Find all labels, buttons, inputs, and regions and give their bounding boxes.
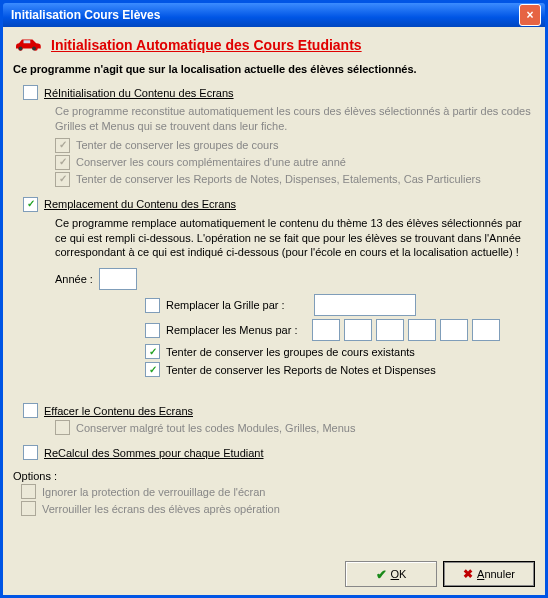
opt-lock-after-checkbox: [21, 501, 36, 516]
conserver-reports-label: Tenter de conserver les Reports de Notes…: [166, 364, 436, 376]
reinit-opt3-checkbox: [55, 172, 70, 187]
reinit-desc: Ce programme reconstitue automatiquement…: [55, 104, 535, 134]
section-erase: Effacer le Contenu des Ecrans Conserver …: [41, 403, 535, 435]
menu-input-1[interactable]: [312, 319, 340, 341]
reinit-opt3-label: Tenter de conserver les Reports de Notes…: [76, 173, 481, 185]
ok-button[interactable]: ✔ OK: [345, 561, 437, 587]
x-icon: ✖: [463, 567, 473, 581]
replace-desc: Ce programme remplace automatiquement le…: [55, 216, 535, 261]
titlebar[interactable]: Initialisation Cours Elèves ×: [3, 3, 545, 27]
annee-label: Année :: [55, 273, 93, 285]
cancel-label: Annuler: [477, 568, 515, 580]
menu-input-6[interactable]: [472, 319, 500, 341]
ok-label: OK: [391, 568, 407, 580]
replace-checkbox[interactable]: [23, 197, 38, 212]
check-icon: ✔: [376, 567, 387, 582]
section-replace: Remplacement du Contenu des Ecrans Ce pr…: [41, 197, 535, 378]
section-reinit: RéInitialisation du Contenu des Ecrans C…: [41, 85, 535, 187]
conserver-reports-checkbox[interactable]: [145, 362, 160, 377]
row-annee: Année :: [55, 268, 535, 290]
menu-input-5[interactable]: [440, 319, 468, 341]
window-title: Initialisation Cours Elèves: [7, 8, 519, 22]
opt-ignore-lock-checkbox: [21, 484, 36, 499]
reinit-opt2-label: Conserver les cours complémentaires d'un…: [76, 156, 346, 168]
svg-point-1: [32, 47, 36, 51]
grille-input[interactable]: [314, 294, 416, 316]
header-row: Initialisation Automatique des Cours Etu…: [13, 35, 535, 55]
section-recalcul: ReCalcul des Sommes pour chaque Etudiant: [41, 445, 535, 460]
erase-opt1-checkbox: [55, 420, 70, 435]
erase-checkbox[interactable]: [23, 403, 38, 418]
cancel-button[interactable]: ✖ Annuler: [443, 561, 535, 587]
reinit-opt1-checkbox: [55, 138, 70, 153]
erase-opt1-label: Conserver malgré tout les codes Modules,…: [76, 422, 355, 434]
reinit-label: RéInitialisation du Contenu des Ecrans: [44, 87, 234, 99]
menu-input-3[interactable]: [376, 319, 404, 341]
button-row: ✔ OK ✖ Annuler: [345, 561, 535, 587]
opt-lock-after-label: Verrouiller les écrans des élèves après …: [42, 503, 280, 515]
recalcul-checkbox[interactable]: [23, 445, 38, 460]
subtitle: Ce programme n'agit que sur la localisat…: [13, 63, 535, 75]
options-heading: Options :: [13, 470, 535, 482]
conserver-groupes-checkbox[interactable]: [145, 344, 160, 359]
reinit-checkbox[interactable]: [23, 85, 38, 100]
menu-input-4[interactable]: [408, 319, 436, 341]
replace-grille-checkbox[interactable]: [145, 298, 160, 313]
replace-grille-label: Remplacer la Grille par :: [166, 299, 308, 311]
svg-rect-2: [24, 40, 31, 43]
page-title: Initialisation Automatique des Cours Etu…: [51, 37, 362, 53]
replace-label: Remplacement du Contenu des Ecrans: [44, 198, 236, 210]
replace-menus-label: Remplacer les Menus par :: [166, 324, 308, 336]
reinit-opt1-label: Tenter de conserver les groupes de cours: [76, 139, 278, 151]
car-icon: [13, 35, 43, 55]
conserver-groupes-label: Tenter de conserver les groupes de cours…: [166, 346, 415, 358]
erase-label: Effacer le Contenu des Ecrans: [44, 405, 193, 417]
recalcul-label: ReCalcul des Sommes pour chaque Etudiant: [44, 447, 264, 459]
annee-input[interactable]: [99, 268, 137, 290]
menu-input-2[interactable]: [344, 319, 372, 341]
client-area: Initialisation Automatique des Cours Etu…: [3, 27, 545, 595]
close-button[interactable]: ×: [519, 4, 541, 26]
dialog-window: Initialisation Cours Elèves × Initialisa…: [0, 0, 548, 598]
svg-point-0: [19, 47, 23, 51]
opt-ignore-lock-label: Ignorer la protection de verrouillage de…: [42, 486, 265, 498]
replace-menus-checkbox[interactable]: [145, 323, 160, 338]
close-icon: ×: [526, 8, 533, 22]
reinit-opt2-checkbox: [55, 155, 70, 170]
